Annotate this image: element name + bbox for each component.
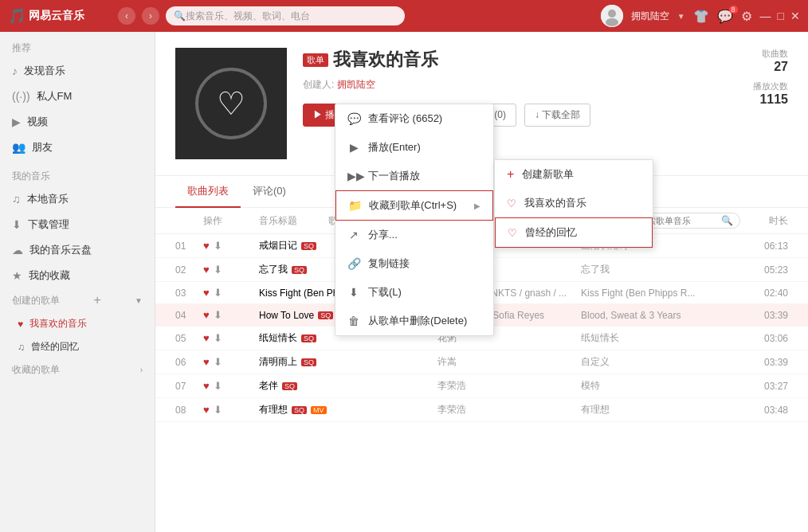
sub-memories[interactable]: ♡ 曾经的回忆 [495, 217, 653, 248]
close-button[interactable]: ✕ [790, 10, 800, 22]
sidebar-item-label: 视频 [27, 115, 48, 129]
ctx-play[interactable]: ▶ 播放(Enter) [335, 133, 493, 162]
settings-icon[interactable]: ⚙ [741, 9, 752, 24]
tab-songs[interactable]: 歌曲列表 [175, 176, 241, 208]
playlist-tag: 歌单 [303, 53, 328, 67]
song-row[interactable]: 08 ♥ ⬇ 有理想 SQ MV 李荣浩 有理想 03:48 [155, 398, 808, 422]
sub-my-music-label: 我喜欢的音乐 [524, 196, 586, 210]
ctx-next[interactable]: ▶▶ 下一首播放 [335, 162, 493, 190]
avatar[interactable] [601, 5, 623, 27]
play-count-label: 播放次数 [724, 80, 788, 92]
song-num: 02 [175, 264, 203, 276]
ctx-comment-label: 查看评论 (6652) [368, 111, 442, 126]
ctx-download[interactable]: ⬇ 下载(L) [335, 278, 493, 307]
collected-label: 收藏的歌单 [12, 363, 60, 377]
sub-new-playlist[interactable]: + 创建新歌单 [495, 160, 653, 189]
song-artist[interactable]: 许嵩 [437, 355, 581, 369]
sidebar-item-my-music[interactable]: ♥ 我喜欢的音乐 [0, 312, 155, 335]
song-album[interactable]: 有理想 [581, 403, 740, 417]
download-all-button[interactable]: ↓ 下载全部 [524, 104, 590, 127]
tab-comments[interactable]: 评论(0) [241, 176, 298, 208]
download-song-icon[interactable]: ⬇ [214, 356, 222, 368]
back-button[interactable]: ‹ [118, 7, 135, 25]
window-controls: — □ ✕ [760, 10, 800, 22]
sidebar-item-discover[interactable]: ♪ 发现音乐 [0, 58, 155, 84]
heart-icon[interactable]: ♥ [203, 240, 210, 252]
minimize-button[interactable]: — [760, 10, 771, 22]
app-logo: 🎵 网易云音乐 [8, 7, 112, 25]
recommend-label: 推荐 [0, 32, 155, 58]
playlist-icon: ♫ [18, 342, 25, 353]
chevron-down-icon: ▼ [677, 12, 685, 21]
ctx-save[interactable]: 📁 收藏到歌单(Ctrl+S) ▶ [335, 190, 493, 221]
song-artist[interactable]: 李荣浩 [437, 379, 581, 393]
add-playlist-button[interactable]: + [93, 293, 100, 307]
heart-icon[interactable]: ♥ [203, 332, 210, 344]
heart-icon[interactable]: ♥ [203, 380, 210, 392]
heart-shape: ♡ [217, 85, 245, 122]
song-num: 06 [175, 357, 203, 368]
song-row[interactable]: 07 ♥ ⬇ 老伴 SQ 李荣浩 模特 03:27 [155, 374, 808, 398]
logo-icon: 🎵 [8, 7, 25, 25]
heart-icon[interactable]: ♥ [203, 264, 210, 276]
song-album[interactable]: Kiss Fight (Ben Phipps R... [581, 288, 740, 299]
sidebar-item-label: 我的收藏 [29, 268, 70, 283]
ctx-delete[interactable]: 🗑 从歌单中删除(Delete) [335, 307, 493, 335]
ctx-copy-label: 复制链接 [368, 256, 410, 271]
col-header-ops: 操作 [203, 214, 259, 228]
ctx-comment[interactable]: 💬 查看评论 (6652) [335, 104, 493, 133]
song-album[interactable]: 自定义 [581, 355, 740, 369]
song-count-value: 27 [724, 60, 788, 74]
download-song-icon[interactable]: ⬇ [214, 309, 222, 321]
sq-badge: SQ [292, 406, 307, 414]
download-song-icon[interactable]: ⬇ [214, 240, 222, 252]
download-song-icon[interactable]: ⬇ [214, 332, 222, 344]
heart-sub-icon2: ♡ [508, 227, 517, 239]
ctx-share[interactable]: ↗ 分享... [335, 221, 493, 249]
heart-icon[interactable]: ♥ [203, 287, 210, 299]
sidebar-item-cloud[interactable]: ☁ 我的音乐云盘 [0, 237, 155, 263]
sidebar-item-video[interactable]: ▶ 视频 [0, 109, 155, 135]
song-album[interactable]: 模特 [581, 379, 740, 393]
download-song-icon[interactable]: ⬇ [214, 287, 222, 299]
next-icon: ▶▶ [347, 170, 360, 182]
song-duration: 06:13 [740, 241, 788, 252]
dl-icon: ⬇ [347, 286, 360, 299]
song-ops: ♥ ⬇ [203, 240, 259, 252]
download-song-icon[interactable]: ⬇ [214, 264, 222, 276]
sidebar-item-download[interactable]: ⬇ 下载管理 [0, 212, 155, 237]
sub-my-music[interactable]: ♡ 我喜欢的音乐 [495, 189, 653, 217]
song-ops: ♥ ⬇ [203, 356, 259, 368]
song-row[interactable]: 06 ♥ ⬇ 清明雨上 SQ 许嵩 自定义 03:39 [155, 350, 808, 374]
sidebar-item-fm[interactable]: ((·)) 私人FM [0, 84, 155, 109]
song-album[interactable]: 忘了我 [581, 263, 740, 276]
sidebar-item-collect[interactable]: ★ 我的收藏 [0, 263, 155, 288]
heart-icon[interactable]: ♥ [203, 356, 210, 368]
username: 拥凯陆空 [631, 10, 669, 23]
download-song-icon[interactable]: ⬇ [214, 380, 222, 392]
download-icon: ⬇ [12, 218, 22, 231]
sidebar-item-memories[interactable]: ♫ 曾经的回忆 [0, 335, 155, 358]
messages-icon[interactable]: 💬 8 [717, 9, 733, 24]
song-album[interactable]: Blood, Sweat & 3 Years [581, 310, 740, 321]
song-artist[interactable]: 李荣浩 [437, 403, 581, 417]
forward-button[interactable]: › [142, 7, 159, 25]
sidebar-item-friends[interactable]: 👥 朋友 [0, 135, 155, 160]
mv-badge: MV [311, 406, 327, 414]
svg-point-1 [608, 10, 616, 18]
search-bar[interactable]: 🔍 搜索音乐、视频、歌词、电台 [166, 6, 405, 25]
ctx-next-label: 下一首播放 [368, 169, 420, 183]
local-music-icon: ♫ [12, 193, 21, 205]
sidebar-item-local[interactable]: ♫ 本地音乐 [0, 186, 155, 212]
ctx-copy[interactable]: 🔗 复制链接 [335, 249, 493, 278]
playlist-label: 曾经的回忆 [31, 340, 79, 354]
maximize-button[interactable]: □ [778, 10, 784, 22]
download-song-icon[interactable]: ⬇ [214, 404, 222, 416]
heart-icon[interactable]: ♥ [203, 309, 210, 321]
heart-icon[interactable]: ♥ [203, 404, 210, 416]
wardrobe-icon[interactable]: 👕 [693, 9, 709, 24]
playlist-meta: 创建人: 拥凯陆空 [303, 78, 708, 92]
song-album[interactable]: 纸短情长 [581, 331, 740, 345]
ctx-delete-label: 从歌单中删除(Delete) [368, 314, 467, 328]
collected-playlists-header: 收藏的歌单 › [0, 358, 155, 381]
